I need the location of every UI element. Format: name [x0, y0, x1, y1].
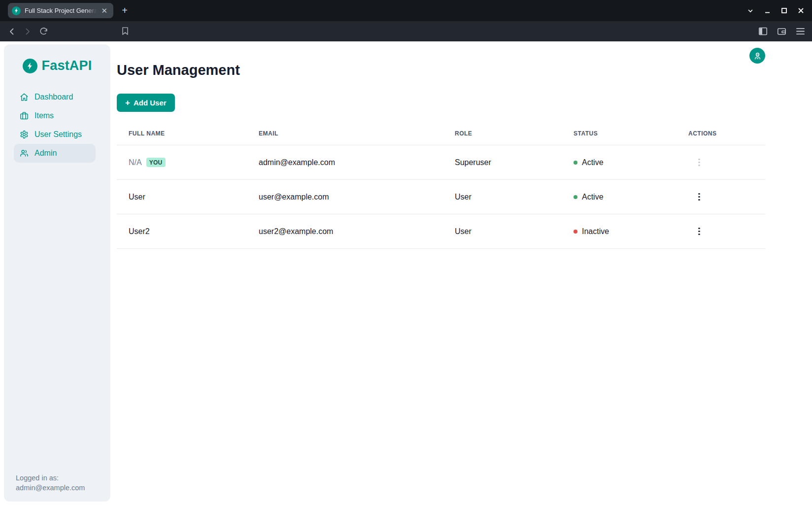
bookmarks-icon[interactable]: [117, 23, 133, 39]
sidebar-item-label: Items: [34, 111, 54, 120]
browser-toolbar: i localhost/admin: [0, 21, 812, 41]
browser-tab[interactable]: Full Stack Project Genera ✕: [8, 3, 113, 18]
side-panel-icon[interactable]: [756, 25, 770, 38]
menu-hamburger-icon[interactable]: [793, 25, 807, 38]
add-user-button[interactable]: + Add User: [117, 94, 175, 112]
cell-status: Active: [562, 193, 677, 202]
refresh-button[interactable]: [35, 24, 51, 39]
status-dot-active: [574, 195, 577, 199]
status-text: Active: [582, 158, 604, 167]
table-row: Useruser@example.comUserActive: [117, 180, 765, 214]
column-header-email: EMAIL: [247, 130, 443, 145]
you-badge: YOU: [146, 158, 166, 167]
row-actions-menu-icon[interactable]: [694, 190, 704, 204]
table-row: User2user2@example.comUserInactive: [117, 214, 765, 249]
close-window-button[interactable]: [792, 0, 809, 21]
logged-in-email: admin@example.com: [16, 483, 85, 493]
gear-icon: [20, 130, 29, 139]
cell-email: admin@example.com: [247, 158, 443, 167]
new-tab-button[interactable]: +: [118, 4, 131, 17]
fastapi-favicon-icon: [12, 6, 21, 15]
wallet-icon[interactable]: [775, 25, 788, 38]
fastapi-logo: FastAPI: [4, 58, 110, 73]
cell-role: Superuser: [443, 158, 562, 167]
toolbar-right-icons: [756, 21, 807, 41]
sidebar-item-dashboard[interactable]: Dashboard: [14, 88, 96, 106]
users-table: FULL NAMEEMAILROLESTATUSACTIONS N/AYOUad…: [117, 116, 765, 249]
row-actions-menu-icon[interactable]: [694, 225, 704, 238]
status-dot-inactive: [574, 230, 577, 234]
logged-in-info: Logged in as: admin@example.com: [16, 473, 85, 493]
maximize-button[interactable]: [776, 0, 792, 21]
sidebar-item-label: Admin: [34, 149, 57, 158]
table-body: N/AYOUadmin@example.comSuperuserActiveUs…: [117, 145, 765, 249]
cell-full-name: N/AYOU: [117, 158, 247, 167]
tab-close-icon[interactable]: ✕: [99, 6, 109, 15]
cell-full-name: User2: [117, 227, 247, 236]
tab-strip: Full Stack Project Genera ✕ +: [0, 0, 812, 21]
full-name-text: User2: [129, 227, 150, 236]
window-controls: [742, 0, 809, 21]
cell-role: User: [443, 193, 562, 202]
column-header-full-name: FULL NAME: [117, 130, 247, 145]
cell-actions: [677, 156, 765, 169]
sidebar-item-items[interactable]: Items: [14, 106, 96, 125]
minimize-button[interactable]: [759, 0, 776, 21]
sidebar-item-label: Dashboard: [34, 93, 73, 101]
users-icon: [20, 149, 29, 158]
full-name-text: User: [129, 193, 145, 202]
tab-search-chevron-icon[interactable]: [742, 0, 759, 21]
cell-actions: [677, 190, 765, 204]
cell-status: Active: [562, 158, 677, 167]
logged-in-label: Logged in as:: [16, 473, 85, 483]
column-header-actions: ACTIONS: [677, 130, 765, 145]
page-title: User Management: [117, 62, 240, 78]
column-header-status: STATUS: [562, 130, 677, 145]
status-text: Active: [582, 193, 604, 202]
app-page: FastAPI DashboardItemsUser SettingsAdmin…: [0, 41, 812, 505]
sidebar-nav: DashboardItemsUser SettingsAdmin: [4, 88, 110, 163]
cell-email: user@example.com: [247, 193, 443, 202]
plus-icon: +: [125, 99, 130, 107]
column-header-role: ROLE: [443, 130, 562, 145]
table-header-row: FULL NAMEEMAILROLESTATUSACTIONS: [117, 116, 765, 145]
sidebar: FastAPI DashboardItemsUser SettingsAdmin…: [4, 44, 110, 502]
user-menu-button[interactable]: [749, 48, 765, 64]
briefcase-icon: [20, 111, 29, 120]
fastapi-logo-icon: [23, 59, 37, 73]
status-text: Inactive: [582, 227, 609, 236]
cell-role: User: [443, 227, 562, 236]
cell-actions: [677, 225, 765, 238]
tab-title: Full Stack Project Genera: [25, 7, 99, 14]
sidebar-item-label: User Settings: [34, 130, 82, 139]
forward-button[interactable]: [20, 24, 35, 39]
table-row: N/AYOUadmin@example.comSuperuserActive: [117, 145, 765, 180]
sidebar-item-user-settings[interactable]: User Settings: [14, 125, 96, 144]
full-name-text: N/A: [129, 158, 142, 167]
row-actions-menu-icon: [694, 156, 704, 169]
sidebar-item-admin[interactable]: Admin: [14, 144, 96, 163]
back-button[interactable]: [4, 24, 20, 39]
home-icon: [20, 93, 29, 101]
user-astronaut-icon: [753, 52, 762, 60]
cell-email: user2@example.com: [247, 227, 443, 236]
cell-status: Inactive: [562, 227, 677, 236]
browser-window: Full Stack Project Genera ✕ +: [0, 0, 812, 505]
fastapi-logo-text: FastAPI: [42, 58, 92, 73]
status-dot-active: [574, 161, 577, 165]
add-user-label: Add User: [134, 99, 167, 107]
nav-buttons: [4, 21, 51, 41]
cell-full-name: User: [117, 193, 247, 202]
